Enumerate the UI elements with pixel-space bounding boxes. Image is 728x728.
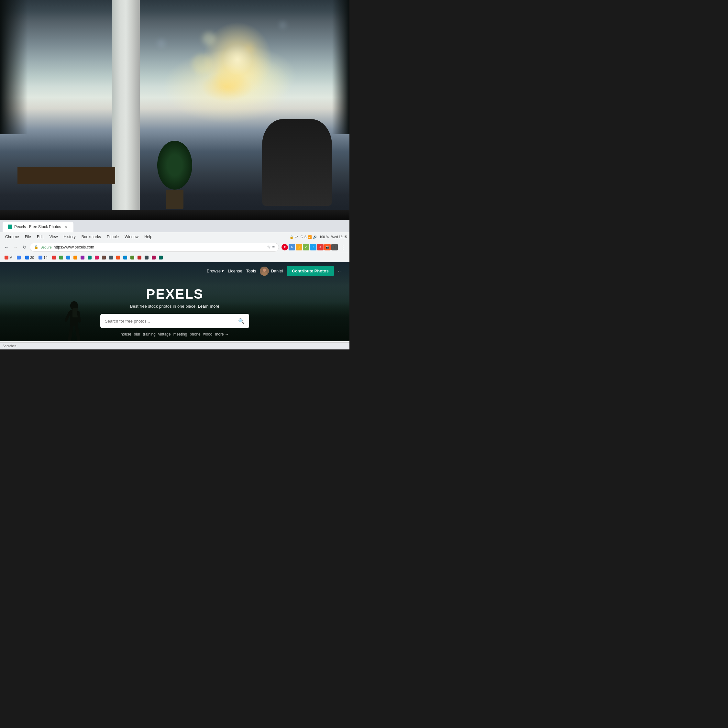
bookmark-b3[interactable] xyxy=(64,255,71,260)
contribute-photos-button[interactable]: Contribute Photos xyxy=(287,266,333,276)
menu-bookmarks[interactable]: Bookmarks xyxy=(79,234,104,240)
battery-display: 100 % xyxy=(320,235,329,239)
ext-2[interactable]: ⚡ xyxy=(296,244,302,251)
hero-content: PEXELS Best free stock photos in one pla… xyxy=(0,280,349,341)
menu-chrome[interactable]: Chrome xyxy=(3,234,22,240)
office-background xyxy=(0,0,349,217)
bookmark-20[interactable]: 20 xyxy=(23,255,36,260)
bookmark-b2[interactable] xyxy=(57,255,64,260)
search-tags: house blur training vintage meeting phon… xyxy=(6,332,343,336)
tab-favicon xyxy=(8,225,12,229)
user-avatar[interactable] xyxy=(260,267,269,276)
active-tab[interactable]: Pexels · Free Stock Photos ✕ xyxy=(3,222,73,232)
menu-help[interactable]: Help xyxy=(142,234,155,240)
ext-pinterest[interactable]: P xyxy=(281,244,288,251)
status-text: Searches xyxy=(3,344,16,348)
secure-label: Secure xyxy=(40,245,52,249)
chrome-menu-bar: Chrome File Edit View History Bookmarks … xyxy=(0,232,349,242)
menu-people[interactable]: People xyxy=(104,234,121,240)
bookmark-star-icon[interactable]: ☆ xyxy=(267,245,271,249)
bookmark-gcal[interactable] xyxy=(15,255,23,260)
search-icon[interactable]: 🔍 xyxy=(238,318,245,324)
tag-training[interactable]: training xyxy=(143,332,156,336)
chrome-tabs-bar: Pexels · Free Stock Photos ✕ xyxy=(0,220,349,232)
pexels-nav-links: Browse ▾ License Tools Daniel xyxy=(207,266,343,276)
ext-3[interactable]: ✓ xyxy=(303,244,309,251)
ext-6[interactable]: 📷 xyxy=(324,244,331,251)
learn-more-link[interactable]: Learn more xyxy=(198,304,219,309)
chair xyxy=(262,119,332,206)
vignette-right xyxy=(332,0,349,134)
browse-dropdown-icon: ▾ xyxy=(222,269,224,274)
bookmark-b9[interactable] xyxy=(107,255,113,260)
menu-view[interactable]: View xyxy=(47,234,61,240)
b20-favicon xyxy=(25,255,29,260)
reload-button[interactable]: ↻ xyxy=(21,243,29,251)
ext-5[interactable]: A xyxy=(317,244,324,251)
monitor-bezel xyxy=(0,210,349,220)
clock-display: Wed 16:15 xyxy=(331,235,347,239)
bookmark-b14[interactable] xyxy=(143,255,149,260)
bookmark-b6[interactable] xyxy=(86,255,92,260)
table xyxy=(17,167,115,184)
pexels-title: PEXELS xyxy=(6,286,343,302)
vignette-left xyxy=(0,0,28,134)
bookmark-gmail[interactable]: M xyxy=(3,255,14,260)
bookmark-b8[interactable] xyxy=(100,255,107,260)
b14-favicon xyxy=(38,255,42,260)
screen: Pexels · Free Stock Photos ✕ Chrome File… xyxy=(0,220,349,349)
bookmark-b10[interactable] xyxy=(114,255,121,260)
menu-window[interactable]: Window xyxy=(122,234,141,240)
chrome-menu-button[interactable]: ⋮ xyxy=(339,243,347,251)
tag-phone[interactable]: phone xyxy=(190,332,200,336)
bookmark-b11[interactable] xyxy=(121,255,128,260)
pexels-website: Browse ▾ License Tools Daniel xyxy=(0,262,349,341)
menu-history[interactable]: History xyxy=(61,234,78,240)
ext-1[interactable]: b xyxy=(289,244,295,251)
search-input[interactable] xyxy=(105,319,238,324)
tag-wood[interactable]: wood xyxy=(203,332,213,336)
address-right-icons: ☆ ≡ xyxy=(267,245,275,249)
bookmark-b4[interactable] xyxy=(72,255,78,260)
window-light xyxy=(203,22,272,97)
menu-edit[interactable]: Edit xyxy=(34,234,46,240)
tab-close-button[interactable]: ✕ xyxy=(63,224,68,229)
bookmark-b7[interactable] xyxy=(93,255,99,260)
svg-point-9 xyxy=(262,272,267,276)
tools-link[interactable]: Tools xyxy=(246,269,256,274)
forward-button[interactable]: → xyxy=(12,243,20,251)
menu-file[interactable]: File xyxy=(22,234,34,240)
license-link[interactable]: License xyxy=(228,269,242,274)
gcal-favicon xyxy=(17,255,21,260)
ext-4[interactable]: t xyxy=(310,244,317,251)
address-bar[interactable]: 🔒 Secure https://www.pexels.com ☆ ≡ xyxy=(30,243,279,252)
bookmark-14[interactable]: 14 xyxy=(37,255,49,260)
office-pillar xyxy=(112,0,140,217)
bookmark-b12[interactable] xyxy=(128,255,135,260)
bookmark-b13[interactable] xyxy=(136,255,142,260)
browser-extensions: P b ⚡ ✓ t A 📷 ⋮ xyxy=(281,244,338,251)
tag-house[interactable]: house xyxy=(121,332,132,336)
reader-icon[interactable]: ≡ xyxy=(272,245,275,249)
bookmark-b16[interactable] xyxy=(157,255,164,260)
bookmark-b15[interactable] xyxy=(150,255,156,260)
bookmark-b1[interactable] xyxy=(50,255,57,260)
tag-blur[interactable]: blur xyxy=(134,332,141,336)
browse-link[interactable]: Browse ▾ xyxy=(207,269,224,274)
user-name[interactable]: Daniel xyxy=(271,269,283,274)
bookmark-b5[interactable] xyxy=(79,255,85,260)
tag-meeting[interactable]: meeting xyxy=(173,332,187,336)
pexels-nav: Browse ▾ License Tools Daniel xyxy=(0,262,349,280)
more-menu-button[interactable]: ··· xyxy=(338,268,343,274)
plant xyxy=(157,141,192,206)
more-tags-link[interactable]: more → xyxy=(215,332,229,336)
address-bar-row: ← → ↻ 🔒 Secure https://www.pexels.com ☆ … xyxy=(0,242,349,253)
tag-vintage[interactable]: vintage xyxy=(158,332,171,336)
svg-point-8 xyxy=(263,269,266,272)
back-button[interactable]: ← xyxy=(3,243,10,251)
search-bar[interactable]: 🔍 xyxy=(100,314,249,328)
ext-7[interactable]: ⋮ xyxy=(331,244,338,251)
secure-icon: 🔒 xyxy=(34,245,38,249)
gmail-favicon xyxy=(5,255,8,260)
system-icons: 🔒 🛡 G S 📶 🔊 100 % Wed 16:15 xyxy=(290,235,347,239)
